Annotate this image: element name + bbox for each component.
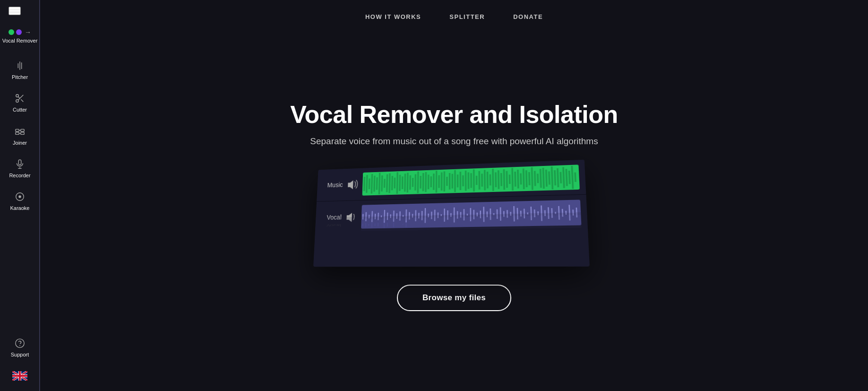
svg-rect-97 bbox=[574, 173, 576, 182]
svg-rect-45 bbox=[430, 176, 432, 187]
nav-splitter[interactable]: SPLITTER bbox=[449, 13, 485, 20]
svg-rect-59 bbox=[468, 172, 470, 189]
svg-rect-174 bbox=[405, 221, 406, 227]
sidebar-label-recorder: Recorder bbox=[9, 173, 30, 179]
svg-rect-30 bbox=[391, 176, 393, 190]
microphone-icon bbox=[13, 157, 26, 171]
main-content: HOW IT WORKS SPLITTER DONATE Vocal Remov… bbox=[40, 0, 868, 391]
sidebar-item-vocal-remover[interactable]: → Vocal Remover bbox=[0, 23, 40, 50]
svg-rect-6 bbox=[21, 129, 24, 131]
svg-rect-82 bbox=[531, 167, 533, 190]
svg-rect-93 bbox=[562, 167, 565, 188]
svg-rect-41 bbox=[420, 176, 421, 189]
svg-rect-23 bbox=[373, 175, 375, 191]
svg-rect-74 bbox=[509, 174, 511, 184]
svg-rect-84 bbox=[537, 174, 539, 183]
sidebar: → Vocal Remover Pitcher Cutter bbox=[0, 0, 40, 391]
sidebar-item-support[interactable]: Support bbox=[0, 331, 40, 364]
svg-rect-89 bbox=[551, 166, 553, 189]
svg-rect-39 bbox=[414, 174, 416, 191]
svg-rect-165 bbox=[365, 223, 366, 227]
sidebar-item-joiner[interactable]: Joiner bbox=[0, 119, 40, 152]
nav-how-it-works[interactable]: HOW IT WORKS bbox=[365, 13, 421, 20]
svg-point-1 bbox=[16, 100, 19, 103]
svg-rect-5 bbox=[16, 129, 19, 131]
waveform-visualization: Music bbox=[308, 164, 601, 268]
svg-rect-68 bbox=[492, 169, 494, 191]
music-waveform-bar bbox=[362, 165, 580, 195]
sidebar-label-support: Support bbox=[11, 352, 29, 358]
svg-rect-34 bbox=[402, 176, 404, 189]
browse-files-button[interactable]: Browse my files bbox=[397, 285, 511, 311]
svg-rect-70 bbox=[498, 170, 499, 189]
uk-flag-icon bbox=[12, 371, 27, 381]
svg-rect-173 bbox=[403, 224, 404, 225]
svg-rect-167 bbox=[371, 222, 373, 228]
svg-rect-92 bbox=[560, 172, 562, 183]
svg-rect-171 bbox=[387, 223, 388, 226]
scissors-icon bbox=[13, 92, 26, 105]
svg-rect-36 bbox=[407, 173, 409, 192]
svg-rect-31 bbox=[394, 178, 396, 189]
svg-rect-62 bbox=[476, 176, 478, 185]
svg-rect-44 bbox=[428, 174, 430, 189]
sidebar-item-karaoke[interactable]: Karaoke bbox=[0, 184, 40, 217]
svg-rect-96 bbox=[571, 166, 574, 189]
svg-rect-164 bbox=[362, 224, 363, 226]
music-speaker-icon bbox=[347, 179, 358, 189]
svg-rect-94 bbox=[565, 169, 567, 186]
svg-rect-95 bbox=[568, 171, 571, 184]
nav-donate[interactable]: DONATE bbox=[513, 13, 543, 20]
svg-rect-52 bbox=[449, 173, 450, 190]
svg-point-0 bbox=[16, 95, 19, 97]
sidebar-item-cutter[interactable]: Cutter bbox=[0, 86, 40, 119]
svg-rect-48 bbox=[438, 175, 440, 188]
svg-rect-49 bbox=[441, 173, 443, 191]
hero-section: Vocal Remover and Isolation Separate voi… bbox=[40, 30, 868, 391]
svg-rect-35 bbox=[404, 174, 406, 191]
svg-rect-46 bbox=[433, 174, 435, 190]
svg-rect-27 bbox=[384, 179, 386, 188]
svg-rect-73 bbox=[506, 171, 508, 188]
svg-rect-29 bbox=[388, 174, 390, 193]
svg-rect-51 bbox=[446, 177, 447, 186]
svg-rect-79 bbox=[523, 168, 525, 189]
svg-rect-86 bbox=[542, 168, 545, 189]
sidebar-label-karaoke: Karaoke bbox=[10, 205, 30, 211]
svg-line-3 bbox=[21, 100, 23, 102]
sidebar-label-vocal-remover: Vocal Remover bbox=[2, 38, 38, 44]
vocal-remover-icon: → bbox=[9, 28, 31, 36]
svg-rect-57 bbox=[462, 175, 464, 186]
svg-rect-53 bbox=[452, 174, 453, 189]
sidebar-item-language[interactable] bbox=[0, 365, 40, 384]
hamburger-button[interactable] bbox=[9, 7, 21, 15]
svg-rect-85 bbox=[540, 169, 542, 188]
waveform-panel: Music bbox=[313, 160, 590, 267]
karaoke-icon bbox=[13, 190, 26, 203]
svg-line-4 bbox=[18, 97, 20, 99]
svg-rect-75 bbox=[511, 168, 514, 191]
svg-rect-76 bbox=[514, 172, 516, 187]
svg-rect-71 bbox=[500, 173, 502, 186]
hero-subtitle: Separate voice from music out of a song … bbox=[310, 136, 598, 147]
support-icon bbox=[13, 337, 26, 350]
svg-rect-56 bbox=[460, 172, 462, 190]
top-nav: HOW IT WORKS SPLITTER DONATE bbox=[40, 0, 868, 30]
svg-rect-87 bbox=[545, 170, 548, 187]
svg-rect-67 bbox=[490, 174, 491, 186]
svg-rect-172 bbox=[393, 222, 394, 227]
svg-rect-90 bbox=[554, 170, 556, 185]
svg-rect-170 bbox=[384, 221, 385, 228]
hero-title: Vocal Remover and Isolation bbox=[290, 100, 618, 129]
svg-rect-72 bbox=[503, 169, 505, 190]
pitcher-icon bbox=[13, 59, 26, 72]
svg-rect-40 bbox=[417, 172, 419, 193]
svg-rect-61 bbox=[473, 169, 475, 191]
svg-rect-43 bbox=[425, 172, 427, 192]
sidebar-label-pitcher: Pitcher bbox=[12, 74, 28, 80]
svg-rect-21 bbox=[369, 178, 370, 189]
sidebar-item-pitcher[interactable]: Pitcher bbox=[0, 53, 40, 86]
svg-rect-20 bbox=[366, 175, 368, 193]
joiner-icon bbox=[13, 125, 26, 138]
sidebar-item-recorder[interactable]: Recorder bbox=[0, 152, 40, 184]
